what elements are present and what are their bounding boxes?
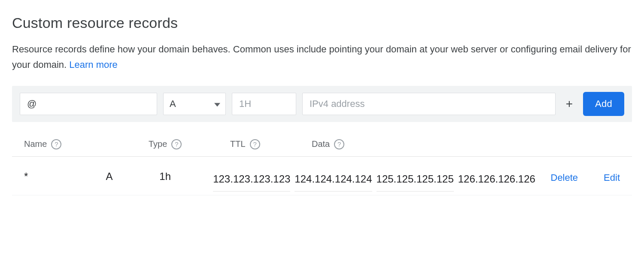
type-select-value: A: [170, 98, 176, 110]
record-type: A: [106, 169, 160, 183]
record-data-list: 123.123.123.123 124.124.124.124 125.125.…: [213, 169, 535, 192]
help-icon[interactable]: ?: [171, 139, 182, 149]
record-data-value: 125.125.125.125: [377, 169, 454, 192]
help-icon[interactable]: ?: [250, 139, 260, 149]
delete-button[interactable]: Delete: [551, 169, 578, 183]
records-table: Name ? Type ? TTL ? Data ? * A 1h 123.12…: [12, 139, 632, 195]
ttl-input[interactable]: [232, 93, 296, 115]
column-header-name: Name: [24, 139, 47, 149]
column-header-data: Data: [312, 139, 330, 149]
help-icon[interactable]: ?: [51, 139, 61, 149]
column-header-type: Type: [149, 139, 167, 149]
record-name: *: [24, 169, 106, 183]
description: Resource records define how your domain …: [12, 42, 632, 73]
chevron-down-icon: [214, 98, 220, 110]
add-value-button[interactable]: +: [562, 93, 577, 115]
add-record-form: A + Add: [12, 86, 632, 122]
learn-more-link[interactable]: Learn more: [69, 59, 118, 70]
name-input-field[interactable]: [26, 98, 151, 110]
page-title: Custom resource records: [12, 15, 632, 31]
table-row: * A 1h 123.123.123.123 124.124.124.124 1…: [12, 157, 632, 195]
ttl-input-field[interactable]: [238, 98, 290, 110]
type-select[interactable]: A: [163, 93, 226, 115]
add-record-button[interactable]: Add: [583, 92, 624, 116]
record-data-value: 124.124.124.124: [295, 169, 372, 192]
edit-button[interactable]: Edit: [604, 169, 620, 183]
help-icon[interactable]: ?: [334, 139, 344, 149]
name-input[interactable]: [20, 93, 157, 115]
data-input[interactable]: [302, 93, 556, 115]
records-table-header: Name ? Type ? TTL ? Data ?: [12, 139, 632, 157]
record-data-value: 126.126.126.126: [458, 169, 535, 191]
record-data-value: 123.123.123.123: [213, 169, 290, 192]
data-input-field[interactable]: [309, 98, 549, 110]
record-ttl: 1h: [159, 169, 213, 183]
column-header-ttl: TTL: [230, 139, 246, 149]
custom-resource-records-panel: Custom resource records Resource records…: [0, 0, 644, 213]
